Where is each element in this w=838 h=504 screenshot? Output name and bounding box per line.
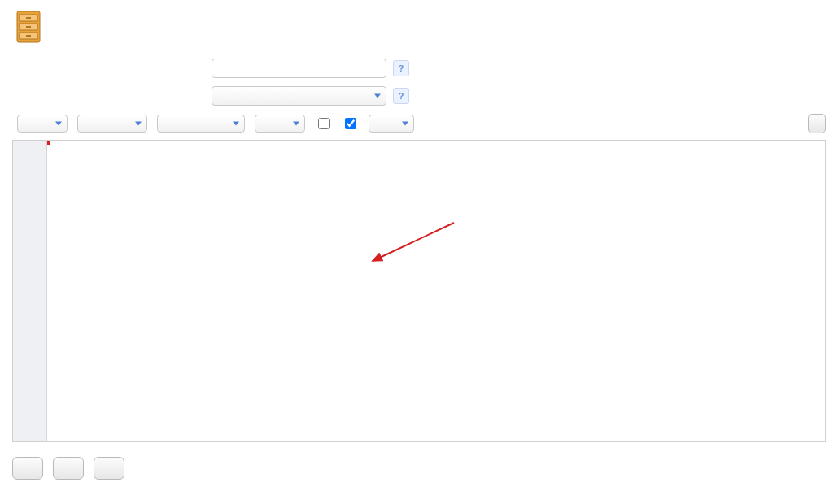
editor-toolbar	[12, 114, 826, 133]
cancel-button[interactable]	[94, 457, 124, 480]
file-cabinet-icon	[12, 8, 50, 46]
help-icon[interactable]: ?	[393, 88, 409, 104]
row-encoding: ?	[12, 86, 826, 106]
encoding-select[interactable]	[212, 86, 386, 106]
arrow-icon	[369, 220, 458, 269]
chevron-down-icon	[402, 122, 408, 126]
chevron-down-icon	[55, 122, 62, 126]
svg-line-7	[373, 223, 454, 261]
wrap-select[interactable]	[369, 115, 414, 133]
theme-select[interactable]	[157, 115, 245, 133]
chevron-down-icon	[233, 122, 239, 126]
help-icon[interactable]: ?	[393, 60, 409, 76]
code-editor[interactable]	[12, 140, 826, 442]
keyboard-select[interactable]	[255, 115, 305, 133]
fullscreen-button[interactable]	[808, 114, 826, 133]
svg-rect-5	[26, 26, 31, 28]
button-row	[12, 457, 826, 480]
chevron-down-icon	[135, 122, 142, 126]
ok-button[interactable]	[53, 457, 84, 480]
save-button[interactable]	[12, 457, 43, 480]
chevron-down-icon	[374, 94, 381, 98]
font-select[interactable]	[17, 115, 68, 133]
svg-rect-6	[26, 35, 31, 37]
mode-select[interactable]	[77, 115, 147, 133]
row-filename: ?	[12, 59, 826, 78]
header	[12, 8, 826, 46]
code-area[interactable]	[47, 141, 825, 441]
line-gutter	[13, 141, 47, 441]
hidden-checkbox[interactable]	[318, 118, 330, 129]
filename-input[interactable]	[212, 59, 386, 78]
svg-rect-4	[26, 17, 31, 19]
numbering-checkbox[interactable]	[345, 118, 356, 129]
chevron-down-icon	[293, 122, 299, 126]
highlight-box	[47, 141, 50, 145]
